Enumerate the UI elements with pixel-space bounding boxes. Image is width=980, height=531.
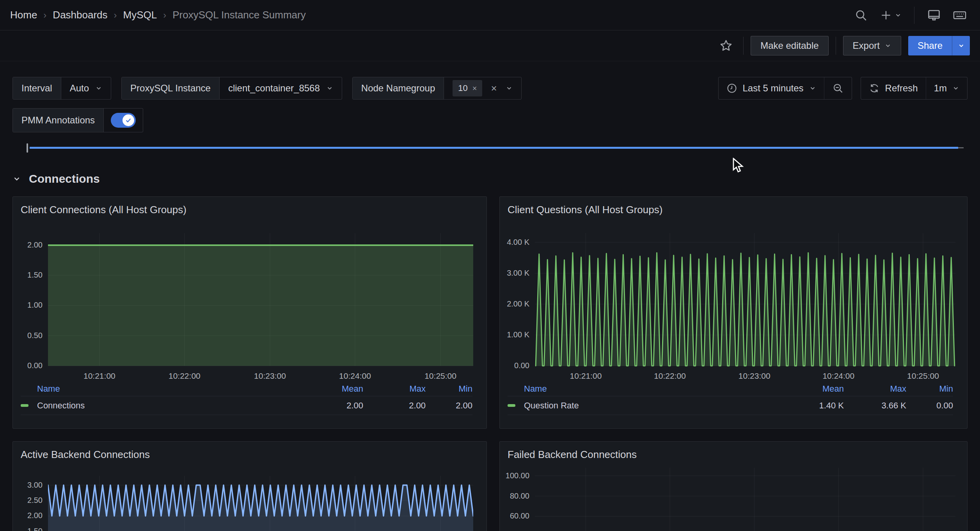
y-axis-tick: 3.00 K: [500, 269, 529, 278]
section-title: Connections: [29, 172, 100, 185]
clear-selection-icon[interactable]: ×: [488, 82, 499, 94]
legend-col-mean[interactable]: Mean: [785, 384, 844, 394]
plus-icon: [880, 9, 892, 21]
legend-col-name[interactable]: Name: [508, 384, 785, 394]
legend-col-min[interactable]: Min: [426, 384, 472, 394]
legend-max-value: 3.66 K: [844, 401, 906, 411]
y-axis-tick: 3.00: [13, 481, 43, 490]
toolbar-divider: [836, 37, 836, 55]
chevron-down-icon: [952, 85, 959, 92]
dashboard-toolbar: Make editable Export Share: [0, 30, 980, 61]
pmm-annotations-control: PMM Annotations: [12, 108, 143, 132]
panel-title[interactable]: Client Connections (All Host Groups): [13, 197, 486, 218]
legend-col-max[interactable]: Max: [844, 384, 906, 394]
panel-active-backend-connections: Active Backend Connections 3.002.502.001…: [12, 441, 487, 531]
x-axis-tick: 10:25:00: [417, 371, 464, 381]
x-axis-tick: 10:24:00: [815, 371, 862, 381]
breadcrumb-home[interactable]: Home: [10, 9, 37, 21]
time-picker: Last 5 minutes: [718, 77, 852, 100]
y-axis-tick: 80.00: [500, 492, 529, 501]
pmm-annotations-label: PMM Annotations: [13, 109, 104, 132]
chevron-down-icon: [12, 175, 21, 183]
legend-header: Name Mean Max Min: [21, 381, 472, 396]
x-axis-tick: 10:22:00: [646, 371, 693, 381]
x-axis-tick: 10:21:00: [562, 371, 609, 381]
y-axis-tick: 0.00: [13, 361, 43, 370]
add-panel-button[interactable]: [877, 5, 905, 25]
make-editable-button[interactable]: Make editable: [751, 36, 828, 55]
namegroup-chip[interactable]: 10 ×: [453, 80, 482, 96]
breadcrumb-separator: ›: [43, 10, 46, 21]
chip-remove-icon[interactable]: ×: [472, 84, 477, 93]
y-axis-tick: 4.00 K: [500, 238, 529, 247]
panel-client-connections: Client Connections (All Host Groups) 2.0…: [12, 196, 487, 429]
pmm-annotations-toggle[interactable]: [104, 109, 143, 132]
node-namegroup-select[interactable]: 10 × ×: [444, 77, 521, 99]
legend-col-max[interactable]: Max: [363, 384, 426, 394]
breadcrumb-mysql[interactable]: MySQL: [123, 9, 157, 21]
y-axis-tick: 2.00 K: [500, 299, 529, 308]
share-split-button: Share: [908, 36, 970, 55]
breadcrumb-separator: ›: [114, 10, 117, 21]
legend: Name Mean Max Min Question Rate 1.40 K 3…: [500, 381, 967, 415]
breadcrumb: Home › Dashboards › MySQL › ProxySQL Ins…: [10, 9, 306, 21]
search-button[interactable]: [851, 5, 871, 25]
panel-client-questions: Client Questions (All Host Groups) 4.00 …: [499, 196, 968, 429]
node-namegroup-variable: Node Namegroup 10 × ×: [352, 77, 522, 100]
share-menu-button[interactable]: [952, 36, 970, 55]
top-nav: Home › Dashboards › MySQL › ProxySQL Ins…: [0, 0, 980, 30]
annotation-region: [12, 143, 968, 153]
y-axis-tick: 1.50: [13, 527, 43, 531]
active-backend-connections-chart[interactable]: 3.002.502.001.501.000.500.00: [13, 463, 486, 531]
chevron-down-icon: [884, 42, 891, 49]
share-button[interactable]: Share: [908, 36, 952, 55]
chevron-down-icon: [95, 85, 102, 92]
interval-variable: Interval Auto: [12, 77, 111, 100]
breadcrumb-dashboards[interactable]: Dashboards: [53, 9, 107, 21]
legend-row: Question Rate 1.40 K 3.66 K 0.00: [508, 396, 953, 415]
refresh-interval-select[interactable]: 1m: [926, 77, 967, 99]
keyboard-shortcuts-button[interactable]: [950, 5, 970, 25]
interval-select[interactable]: Auto: [61, 77, 111, 99]
keyboard-icon: [952, 8, 967, 23]
y-axis-tick: 1.00 K: [500, 330, 529, 339]
kiosk-mode-button[interactable]: [924, 5, 944, 25]
pmm-annotations-row: PMM Annotations: [12, 108, 968, 132]
chevron-down-icon: [958, 42, 965, 49]
panel-title[interactable]: Client Questions (All Host Groups): [500, 197, 967, 218]
y-axis-tick: 0.50: [13, 331, 43, 340]
x-axis-tick: 10:24:00: [332, 371, 378, 381]
search-icon: [854, 9, 868, 22]
refresh-button[interactable]: Refresh: [861, 77, 926, 99]
time-range-button[interactable]: Last 5 minutes: [719, 77, 824, 99]
legend-min-value: 2.00: [426, 401, 472, 411]
legend-series-toggle[interactable]: Question Rate: [508, 401, 785, 411]
export-button[interactable]: Export: [843, 36, 901, 55]
client-connections-chart[interactable]: 2.001.501.000.500.0010:21:0010:22:0010:2…: [13, 218, 486, 381]
legend-col-name[interactable]: Name: [21, 384, 305, 394]
failed-backend-connections-chart[interactable]: 100.0080.0060.0040.0020.000.00: [500, 463, 967, 531]
legend-series-toggle[interactable]: Connections: [21, 401, 305, 411]
proxysql-instance-select[interactable]: client_container_8568: [220, 77, 342, 99]
breadcrumb-separator: ›: [163, 10, 166, 21]
zoom-out-icon: [832, 82, 844, 94]
legend-col-mean[interactable]: Mean: [305, 384, 363, 394]
row-connections[interactable]: Connections: [12, 172, 968, 185]
node-namegroup-label: Node Namegroup: [353, 77, 444, 99]
panel-title[interactable]: Failed Backend Connections: [500, 442, 967, 463]
legend-max-value: 2.00: [363, 401, 426, 411]
zoom-out-time-button[interactable]: [824, 77, 852, 99]
refresh-picker: Refresh 1m: [861, 77, 968, 100]
refresh-icon: [869, 83, 880, 94]
chevron-down-icon: [506, 85, 513, 92]
panel-title[interactable]: Active Backend Connections: [13, 442, 486, 463]
x-axis-tick: 10:21:00: [76, 371, 123, 381]
favorite-button[interactable]: [716, 36, 736, 56]
nav-divider: [914, 7, 914, 24]
client-questions-chart[interactable]: 4.00 K3.00 K2.00 K1.00 K0.0010:21:0010:2…: [500, 218, 967, 381]
proxysql-instance-variable: ProxySQL Instance client_container_8568: [121, 77, 342, 100]
legend-col-min[interactable]: Min: [906, 384, 953, 394]
top-nav-actions: [851, 5, 970, 25]
x-axis-tick: 10:22:00: [161, 371, 208, 381]
y-axis-tick: 1.50: [13, 271, 43, 280]
